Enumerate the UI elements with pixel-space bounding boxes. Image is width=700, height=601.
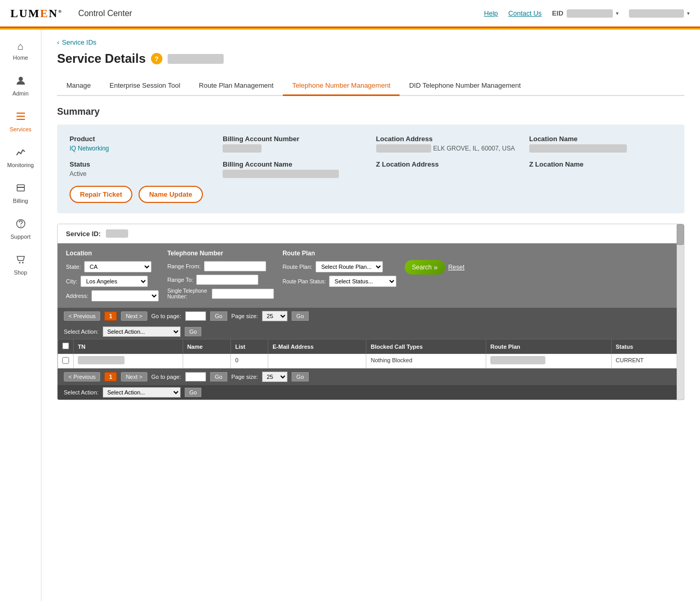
tab-enterprise[interactable]: Enterprise Session Tool — [100, 76, 189, 96]
col-blocked: Blocked Call Types — [366, 339, 486, 354]
help-icon[interactable]: ? — [151, 53, 162, 64]
pagination-bottom-container: < Previous 1 Next > Go to page: Go Page … — [58, 368, 684, 400]
search-button[interactable]: Search » — [405, 260, 445, 275]
row-checkbox[interactable] — [62, 357, 69, 364]
sidebar-label-support: Support — [10, 234, 31, 240]
repair-ticket-button[interactable]: Repair Ticket — [70, 186, 132, 203]
monitoring-icon — [16, 147, 26, 160]
route-plan-status-select[interactable]: Select Status... — [329, 276, 396, 287]
city-label: City: — [66, 278, 77, 284]
col-list: List — [231, 339, 268, 354]
home-icon: ⌂ — [17, 40, 23, 52]
summary-field-location: Location Address ████ █ ███ ███ ELK GROV… — [376, 135, 519, 152]
city-select[interactable]: Los Angeles — [80, 276, 148, 287]
summary-field-zlocname: Z Location Name — [529, 160, 672, 177]
service-id-label: Service ID: — [66, 230, 101, 238]
admin-icon — [16, 75, 26, 88]
action-select-top[interactable]: Select Action... — [103, 326, 181, 337]
route-plan-section: Route Plan Route Plan: Select Route Plan… — [282, 250, 396, 287]
page-size-go-bottom[interactable]: Go — [292, 372, 309, 381]
prev-button-bottom[interactable]: < Previous — [64, 372, 100, 381]
svg-point-9 — [22, 262, 23, 264]
product-value[interactable]: IQ Networking — [70, 145, 212, 152]
service-tool: Service ID: ████ Location State: CA NY T… — [57, 224, 684, 400]
name-update-button[interactable]: Name Update — [139, 186, 202, 203]
row-checkbox-cell — [58, 354, 74, 368]
tab-manage[interactable]: Manage — [57, 76, 100, 96]
single-tn-input[interactable] — [212, 289, 274, 299]
ban-blurred: ████████ — [223, 144, 261, 153]
go-btn-bottom[interactable]: Go — [210, 372, 227, 381]
account-chevron[interactable]: ▾ — [687, 10, 690, 16]
summary-actions: Repair Ticket Name Update — [70, 186, 672, 203]
prev-button-top[interactable]: < Previous — [64, 311, 100, 321]
next-button-top[interactable]: Next > — [121, 311, 147, 321]
range-from-input[interactable] — [204, 261, 266, 271]
sidebar-item-shop[interactable]: Shop — [0, 247, 41, 283]
range-to-input[interactable] — [196, 275, 258, 285]
state-select[interactable]: CA NY TX — [84, 261, 152, 272]
range-to-label: Range To: — [167, 277, 193, 283]
range-from-row: Range From: — [167, 261, 274, 271]
city-row: City: Los Angeles — [66, 276, 159, 287]
help-link[interactable]: Help — [484, 9, 498, 17]
row-tn[interactable]: ██████████ — [74, 354, 183, 368]
breadcrumb-label[interactable]: Service IDs — [62, 38, 96, 46]
tab-did[interactable]: DID Telephone Number Management — [400, 76, 530, 96]
page-size-select-top[interactable]: 2550100 — [262, 311, 287, 321]
page-size-select-bottom[interactable]: 2550100 — [262, 372, 287, 382]
tn-blurred: ██████████ — [78, 356, 125, 364]
state-label: State: — [66, 264, 81, 270]
sidebar-item-admin[interactable]: Admin — [0, 68, 41, 104]
action-go-bottom[interactable]: Go — [185, 388, 202, 397]
location-label: Location Address — [376, 135, 519, 143]
summary-field-ban: Billing Account Number ████████ — [223, 135, 365, 152]
address-select[interactable] — [91, 290, 159, 302]
action-label-top: Select Action: — [64, 329, 99, 335]
breadcrumb[interactable]: ‹ Service IDs — [57, 38, 684, 46]
action-go-top[interactable]: Go — [185, 327, 202, 336]
sidebar-label-home: Home — [13, 54, 28, 61]
sidebar-item-services[interactable]: Services — [0, 104, 41, 140]
summary-title: Summary — [57, 106, 684, 117]
telephone-section: Telephone Number Range From: Range To: S… — [167, 250, 274, 299]
next-button-bottom[interactable]: Next > — [121, 372, 147, 381]
row-blocked: Nothing Blocked — [366, 354, 486, 368]
route-plan-select[interactable]: Select Route Plan... — [315, 261, 383, 272]
go-to-input-top[interactable] — [185, 311, 206, 321]
baname-value: ████ ███████ ████████████ ███ — [223, 170, 365, 177]
go-btn-top[interactable]: Go — [210, 311, 227, 321]
range-from-label: Range From: — [167, 263, 200, 269]
go-to-input-bottom[interactable] — [185, 372, 206, 381]
tab-route-plan[interactable]: Route Plan Management — [189, 76, 283, 96]
sidebar-item-home[interactable]: ⌂ Home — [0, 33, 41, 68]
select-all-checkbox[interactable] — [62, 343, 69, 349]
services-icon — [16, 111, 26, 124]
contact-link[interactable]: Contact Us — [509, 9, 542, 17]
scroll-thumb[interactable] — [677, 224, 684, 245]
account-value: ████████████ — [629, 9, 684, 18]
address-row: Address: — [66, 290, 159, 302]
eid-chevron[interactable]: ▾ — [616, 10, 619, 16]
locname-value: ███ █████ ██████ █ ██████ — [529, 145, 672, 152]
sidebar-item-support[interactable]: Support — [0, 211, 41, 247]
col-tn: TN — [74, 339, 183, 354]
main-content: ‹ Service IDs Service Details ? ██-█████… — [42, 28, 700, 601]
page-size-go-top[interactable]: Go — [292, 311, 309, 321]
eid-value: ██████████ — [567, 9, 613, 18]
sidebar-item-billing[interactable]: Billing — [0, 175, 41, 211]
logo: LUMEN® — [10, 7, 63, 20]
action-select-bottom[interactable]: Select Action... — [103, 387, 181, 398]
tabs: Manage Enterprise Session Tool Route Pla… — [57, 76, 684, 96]
scroll-track[interactable] — [677, 224, 684, 400]
current-page-top: 1 — [104, 311, 117, 321]
account-section: ████████████ ▾ — [629, 9, 690, 18]
row-name — [183, 354, 231, 368]
svg-point-8 — [19, 262, 20, 264]
svg-rect-1 — [17, 113, 25, 114]
sidebar-item-monitoring[interactable]: Monitoring — [0, 140, 41, 175]
tab-telephone[interactable]: Telephone Number Management — [283, 76, 400, 96]
support-icon — [16, 218, 26, 231]
table-row: ██████████ 0 Nothing Blocked ███████████… — [58, 354, 684, 368]
reset-button[interactable]: Reset — [448, 264, 464, 271]
